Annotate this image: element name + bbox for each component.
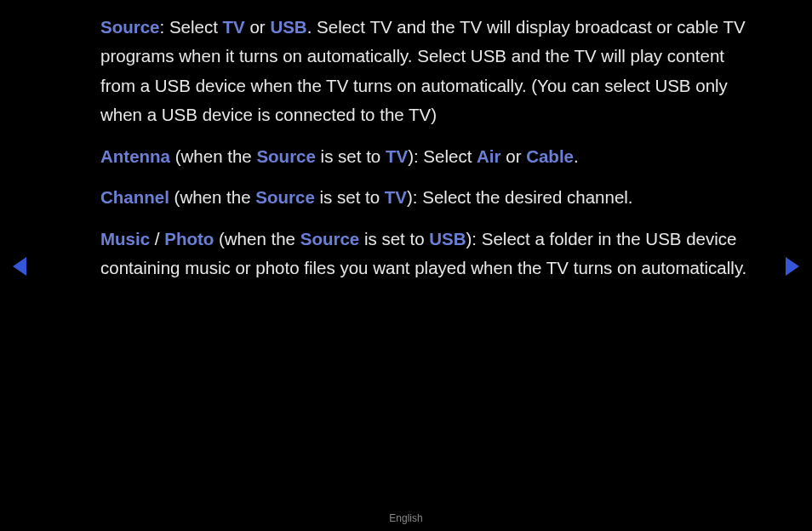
keyword-music: Music xyxy=(100,229,150,248)
text: (when the xyxy=(214,229,300,248)
paragraph-antenna: Antenna (when the Source is set to TV): … xyxy=(100,142,747,171)
keyword-source: Source xyxy=(100,17,160,37)
text: ): Select xyxy=(408,146,477,166)
text: ): Select the desired channel. xyxy=(407,187,633,207)
keyword-cable: Cable xyxy=(526,146,574,166)
text: . xyxy=(574,146,579,166)
text: is set to xyxy=(315,187,385,207)
previous-page-arrow-icon[interactable] xyxy=(13,257,26,276)
text: (when the xyxy=(170,146,256,166)
keyword-usb: USB xyxy=(270,17,306,37)
text: or xyxy=(501,146,527,166)
keyword-source: Source xyxy=(256,146,316,166)
paragraph-source: Source: Select TV or USB. Select TV and … xyxy=(100,13,747,130)
keyword-photo: Photo xyxy=(164,229,214,248)
keyword-tv: TV xyxy=(386,146,408,166)
keyword-usb: USB xyxy=(429,229,466,248)
keyword-air: Air xyxy=(477,146,500,166)
keyword-antenna: Antenna xyxy=(100,146,170,166)
text: is set to xyxy=(316,146,386,166)
manual-text-content: Source: Select TV or USB. Select TV and … xyxy=(100,13,747,295)
text: / xyxy=(150,229,164,248)
keyword-source: Source xyxy=(300,229,360,248)
text: : Select xyxy=(160,17,223,37)
text: is set to xyxy=(359,229,429,248)
text: (when the xyxy=(169,187,255,207)
paragraph-channel: Channel (when the Source is set to TV): … xyxy=(100,183,747,212)
keyword-channel: Channel xyxy=(100,187,169,207)
keyword-tv: TV xyxy=(223,17,245,37)
text: or xyxy=(245,17,271,37)
keyword-tv: TV xyxy=(385,187,407,207)
next-page-arrow-icon[interactable] xyxy=(786,257,799,276)
language-footer: English xyxy=(0,512,812,524)
keyword-source: Source xyxy=(255,187,315,207)
paragraph-music-photo: Music / Photo (when the Source is set to… xyxy=(100,225,747,283)
